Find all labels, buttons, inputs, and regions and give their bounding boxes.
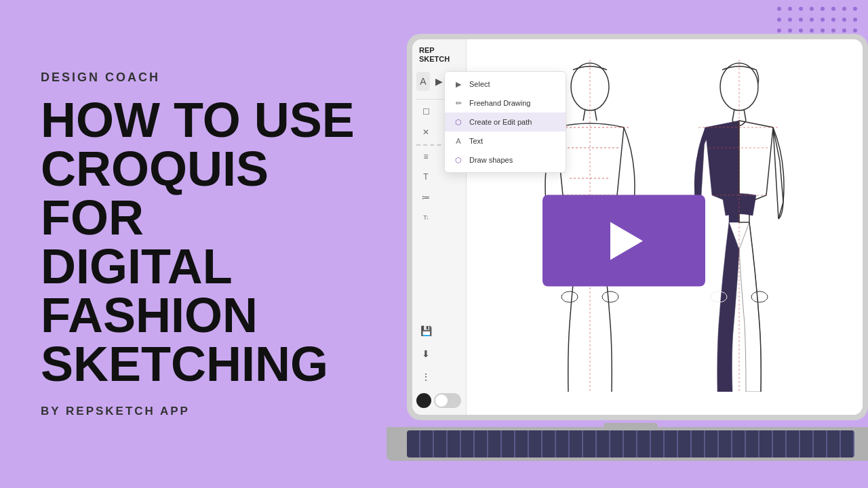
title-line2: CROQUIS FOR: [41, 142, 269, 245]
svg-point-8: [602, 291, 618, 302]
dashes-icon: ≡: [419, 150, 433, 163]
subtitle: DESIGN COACH: [41, 70, 366, 85]
list-icon: ≔: [419, 190, 433, 204]
menu-item-freehand[interactable]: ✏ Freehand Drawing: [445, 94, 566, 113]
svg-point-14: [751, 291, 768, 302]
x-icon: ✕: [419, 125, 433, 139]
menu-item-select[interactable]: ▶ Select: [445, 75, 566, 94]
menu-item-shapes[interactable]: ⬡ Draw shapes: [445, 150, 566, 169]
select-icon: ▶: [453, 79, 464, 89]
key-stripe: [407, 430, 854, 458]
menu-label-path: Create or Edit path: [469, 118, 532, 126]
color-circle[interactable]: [416, 393, 431, 408]
svg-point-0: [571, 63, 609, 110]
laptop-screen: REP SKETCH A ▶ ⊞ ☐ ✕: [412, 39, 863, 415]
save-icon-btn[interactable]: 💾: [416, 321, 435, 340]
menu-label-text: Text: [469, 137, 483, 145]
menu-label-shapes: Draw shapes: [469, 156, 513, 164]
text-t-icon: T: [419, 170, 433, 184]
page-wrapper: DESIGN COACH HOW TO USE CROQUIS FOR DIGI…: [0, 0, 868, 488]
title-line5: SKETCHING: [41, 337, 328, 391]
download-icon-btn[interactable]: ⬇: [416, 344, 435, 363]
title-line3: DIGITAL: [41, 239, 233, 293]
title-line4: FASHION: [41, 288, 258, 342]
left-panel: DESIGN COACH HOW TO USE CROQUIS FOR DIGI…: [0, 0, 407, 488]
main-title: HOW TO USE CROQUIS FOR DIGITAL FASHION S…: [41, 96, 366, 388]
dropdown-menu: ▶ Select ✏ Freehand Drawing ⬡ Create or …: [444, 71, 566, 173]
shapes-icon: ⬡: [453, 155, 464, 165]
menu-label-freehand: Freehand Drawing: [469, 99, 531, 107]
svg-line-1: [583, 109, 585, 121]
square-icon: ☐: [419, 105, 433, 119]
byline: BY REPSKETCH APP: [41, 405, 366, 418]
title-line1: HOW TO USE: [41, 93, 355, 147]
svg-line-11: [732, 109, 734, 121]
path-icon: ⬡: [453, 117, 464, 127]
laptop-keyboard: [393, 417, 868, 474]
t2-icon: Tᵢ: [419, 211, 433, 224]
app-logo: REP SKETCH: [416, 46, 462, 64]
color-toggle[interactable]: [434, 393, 461, 408]
menu-item-text[interactable]: A Text: [445, 131, 566, 150]
play-triangle-icon: [610, 222, 643, 260]
text-icon-btn[interactable]: A: [416, 72, 430, 91]
svg-line-12: [744, 109, 746, 121]
right-panel: REP SKETCH A ▶ ⊞ ☐ ✕: [393, 34, 868, 474]
tool-item-list[interactable]: ≔: [416, 188, 462, 207]
svg-point-10: [720, 63, 758, 110]
svg-point-7: [561, 291, 578, 302]
play-button[interactable]: [542, 195, 705, 287]
more-options-btn[interactable]: ⋮: [416, 367, 435, 386]
laptop-body: REP SKETCH A ▶ ⊞ ☐ ✕: [407, 34, 868, 420]
tool-item-t2[interactable]: Tᵢ: [416, 208, 462, 227]
svg-line-2: [595, 109, 597, 121]
menu-label-select: Select: [469, 80, 490, 88]
menu-item-path[interactable]: ⬡ Create or Edit path: [445, 113, 566, 131]
freehand-icon: ✏: [453, 98, 464, 108]
keyboard-keys: [407, 430, 854, 458]
text-menu-icon: A: [453, 136, 464, 146]
